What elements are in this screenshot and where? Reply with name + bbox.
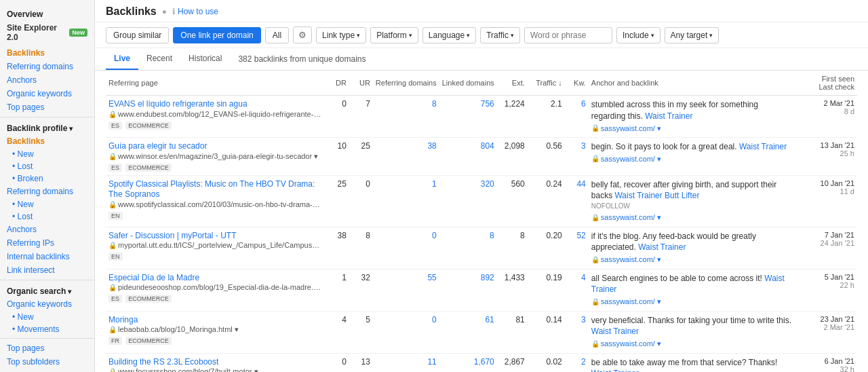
sidebar-item-top-subfolders[interactable]: Top subfolders	[0, 355, 94, 369]
anchor-link[interactable]: Waist Trainer	[591, 327, 639, 336]
sidebar-item-backlinks[interactable]: Backlinks	[0, 46, 94, 60]
rd-value[interactable]: 55	[373, 269, 439, 311]
include-dropdown[interactable]: Include ▾	[616, 27, 660, 43]
settings-icon-button[interactable]: ⚙	[293, 26, 312, 43]
sidebar-item-referring-domains[interactable]: Referring domains	[0, 60, 94, 73]
traffic-dropdown[interactable]: Traffic ▾	[480, 27, 520, 43]
backlink-profile-group[interactable]: Backlink profile ▾	[0, 120, 94, 134]
anchor-link[interactable]: Waist Trainer	[739, 142, 787, 151]
sidebar-organic-new[interactable]: New	[0, 311, 94, 323]
th-dr[interactable]: DR	[326, 71, 349, 96]
tab-live[interactable]: Live	[106, 48, 138, 70]
rd-value[interactable]: 8	[373, 96, 439, 138]
th-referring-domains[interactable]: Referring domains	[373, 71, 439, 96]
page-title-link[interactable]: Moringa	[108, 315, 138, 324]
rd-value[interactable]: 1	[373, 175, 439, 227]
target-url-link[interactable]: sassywaist.com/ ▾	[601, 124, 661, 134]
tag: FR	[108, 337, 122, 345]
tab-recent[interactable]: Recent	[138, 48, 180, 70]
anchor-link[interactable]: Waist Trainer	[591, 369, 639, 372]
target-url-link[interactable]: sassywaist.com/ ▾	[601, 255, 661, 265]
ext-value: 1,433	[497, 269, 528, 311]
target-url[interactable]: 🔒 sassywaist.com/ ▾	[591, 124, 793, 134]
ur-value: 5	[349, 311, 373, 353]
tag: ECOMMERCE	[125, 164, 172, 172]
kw-value[interactable]: 6	[565, 96, 589, 138]
target-url-link[interactable]: sassywaist.com/ ▾	[601, 212, 661, 223]
last-check-date: 22 h	[799, 281, 854, 289]
sidebar-item-referring-domains-2[interactable]: Referring domains	[0, 185, 94, 198]
tab-historical[interactable]: Historical	[180, 48, 230, 70]
th-linked-domains[interactable]: Linked domains	[439, 71, 497, 96]
ld-value[interactable]: 61	[439, 311, 497, 353]
page-title-link[interactable]: EVANS el líquido refrigerante sin agua	[108, 99, 248, 109]
group-similar-button[interactable]: Group similar	[106, 27, 169, 43]
link-type-dropdown[interactable]: Link type ▾	[316, 27, 366, 43]
any-target-dropdown[interactable]: Any target ▾	[665, 27, 719, 43]
rd-value[interactable]: 0	[373, 311, 439, 353]
target-url-link[interactable]: sassywaist.com/ ▾	[601, 297, 661, 307]
ld-value[interactable]: 1,670	[439, 353, 497, 372]
sidebar-ref-lost[interactable]: Lost	[0, 210, 94, 223]
sidebar-item-internal-backlinks[interactable]: Internal backlinks	[0, 250, 94, 263]
one-link-per-domain-button[interactable]: One link per domain	[173, 27, 260, 43]
rd-value[interactable]: 38	[373, 137, 439, 175]
sidebar-item-top-subdomains[interactable]: Top subdomains	[0, 369, 94, 372]
sidebar-organic-movements[interactable]: Movements	[0, 323, 94, 335]
sidebar-sub-lost[interactable]: Lost	[0, 160, 94, 172]
target-url[interactable]: 🔒 sassywaist.com/ ▾	[591, 212, 793, 223]
ld-value[interactable]: 756	[439, 96, 497, 138]
target-url-link[interactable]: sassywaist.com/ ▾	[601, 154, 661, 164]
page-url: 🔒 www.endubest.com/blog/12_EVANS-el-liqu…	[108, 110, 323, 119]
kw-value[interactable]: 4	[565, 269, 589, 311]
page-title-link[interactable]: Spotify Classical Playlists: Music on Th…	[108, 179, 315, 200]
kw-value[interactable]: 44	[565, 175, 589, 227]
anchor-link[interactable]: Waist Trainer Butt Lifter	[614, 191, 699, 200]
rd-value[interactable]: 0	[373, 227, 439, 269]
organic-search-group[interactable]: Organic search ▾	[0, 283, 94, 297]
all-button[interactable]: All	[265, 27, 289, 43]
sidebar-item-anchors-2[interactable]: Anchors	[0, 223, 94, 236]
page-title-link[interactable]: Building the RS 2.3L Ecoboost	[108, 357, 218, 367]
sidebar-item-referring-ips[interactable]: Referring IPs	[0, 236, 94, 250]
sidebar-item-top-pages[interactable]: Top pages	[0, 100, 94, 114]
anchor-link[interactable]: Waist Trainer	[638, 242, 686, 252]
th-traffic[interactable]: Traffic ↓	[528, 71, 565, 96]
sidebar-ref-new[interactable]: New	[0, 198, 94, 210]
th-ext[interactable]: Ext.	[497, 71, 528, 96]
target-url[interactable]: 🔒 sassywaist.com/ ▾	[591, 297, 793, 307]
tag: ES	[108, 122, 122, 130]
target-url[interactable]: 🔒 sassywaist.com/ ▾	[591, 154, 793, 164]
sidebar-item-top-pages-2[interactable]: Top pages	[0, 341, 94, 355]
ld-value[interactable]: 804	[439, 137, 497, 175]
sidebar-sub-broken[interactable]: Broken	[0, 172, 94, 185]
sidebar-sub-new[interactable]: New	[0, 148, 94, 160]
page-title-link[interactable]: Especial Día de la Madre	[108, 273, 199, 282]
sidebar-item-organic-keywords-2[interactable]: Organic keywords	[0, 297, 94, 311]
language-dropdown[interactable]: Language ▾	[422, 27, 476, 43]
sidebar-item-organic-keywords[interactable]: Organic keywords	[0, 87, 94, 100]
kw-value[interactable]: 3	[565, 311, 589, 353]
page-title-link[interactable]: Guía para elegir tu secador	[108, 141, 207, 151]
th-ur[interactable]: UR	[349, 71, 373, 96]
platform-dropdown[interactable]: Platform ▾	[370, 27, 418, 43]
word-phrase-input[interactable]	[524, 27, 612, 43]
ld-value[interactable]: 8	[439, 227, 497, 269]
how-to-use-link[interactable]: ℹ How to use	[172, 7, 218, 16]
ld-value[interactable]: 892	[439, 269, 497, 311]
anchor-link[interactable]: Waist Trainer	[645, 111, 692, 121]
sidebar-item-link-intersect[interactable]: Link intersect	[0, 263, 94, 277]
page-title-link[interactable]: Safer - Discussion | myPortal - UTT	[108, 231, 236, 240]
kw-value[interactable]: 52	[565, 227, 589, 269]
first-seen-date: 2 Mar '21	[799, 99, 854, 107]
rd-value[interactable]: 11	[373, 353, 439, 372]
sidebar-item-backlinks-sub[interactable]: Backlinks	[0, 134, 94, 148]
target-url[interactable]: 🔒 sassywaist.com/ ▾	[591, 255, 793, 265]
kw-value[interactable]: 3	[565, 137, 589, 175]
kw-value[interactable]: 2	[565, 353, 589, 372]
ld-value[interactable]: 320	[439, 175, 497, 227]
sidebar-item-anchors[interactable]: Anchors	[0, 73, 94, 87]
th-kw[interactable]: Kw.	[565, 71, 589, 96]
target-url[interactable]: 🔒 sassywaist.com/ ▾	[591, 339, 793, 349]
target-url-link[interactable]: sassywaist.com/ ▾	[601, 339, 661, 349]
